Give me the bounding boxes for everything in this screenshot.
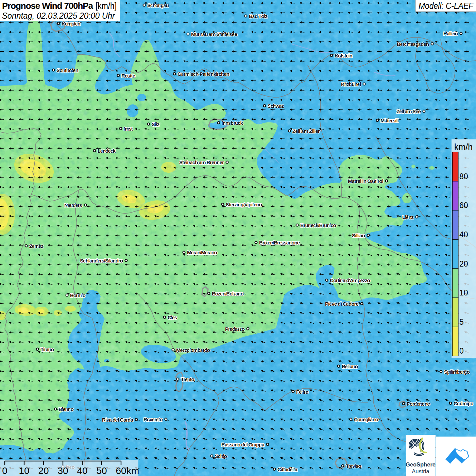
- svg-text:Bad Tölz: Bad Tölz: [249, 13, 268, 19]
- svg-text:Zernez: Zernez: [29, 243, 44, 249]
- svg-text:Cortina d'Ampezzo: Cortina d'Ampezzo: [330, 277, 370, 283]
- svg-text:Nauders: Nauders: [64, 202, 82, 208]
- svg-text:Pordenone: Pordenone: [407, 401, 430, 407]
- svg-text:Spilimbergo: Spilimbergo: [444, 369, 470, 375]
- svg-text:20: 20: [38, 465, 49, 476]
- svg-text:80: 80: [459, 172, 468, 181]
- svg-text:Riva del Garda: Riva del Garda: [102, 417, 133, 423]
- svg-text:60: 60: [116, 465, 126, 476]
- svg-text:Hallein: Hallein: [443, 31, 458, 36]
- svg-text:Kufstein: Kufstein: [335, 53, 353, 58]
- svg-text:Meran/Merano: Meran/Merano: [187, 250, 217, 255]
- svg-text:Codroipo: Codroipo: [454, 401, 474, 406]
- svg-text:Zell am See: Zell am See: [396, 108, 421, 114]
- svg-text:Prognose Wind 700hPa: Prognose Wind 700hPa: [2, 1, 94, 11]
- svg-text:Innsbruck: Innsbruck: [222, 120, 243, 126]
- svg-text:10: 10: [459, 288, 468, 297]
- svg-text:0: 0: [459, 346, 464, 355]
- svg-text:Schlanders/Silandro: Schlanders/Silandro: [80, 258, 123, 264]
- svg-text:Kitzbühel: Kitzbühel: [341, 81, 361, 87]
- svg-text:Silz: Silz: [152, 121, 159, 127]
- svg-text:Treviso: Treviso: [346, 463, 361, 469]
- svg-text:[km/h]: [km/h]: [96, 1, 117, 11]
- svg-text:Bozen/Bolzano: Bozen/Bolzano: [212, 291, 244, 296]
- svg-text:30: 30: [57, 465, 68, 476]
- svg-text:Matrei in Osttirol: Matrei in Osttirol: [348, 178, 384, 184]
- svg-text:Rovereto: Rovereto: [143, 417, 163, 422]
- svg-text:Sonthofen: Sonthofen: [56, 67, 79, 73]
- svg-text:Predazzo: Predazzo: [225, 326, 245, 332]
- svg-text:Steinach am Brenner: Steinach am Brenner: [179, 159, 224, 165]
- svg-text:Belluno: Belluno: [342, 363, 358, 369]
- svg-text:40: 40: [77, 465, 87, 476]
- svg-text:Cles: Cles: [168, 314, 177, 320]
- svg-text:Bormio: Bormio: [70, 292, 86, 298]
- svg-text:Conegliano: Conegliano: [354, 417, 378, 422]
- svg-text:Schongau: Schongau: [147, 2, 169, 8]
- svg-text:Sillian: Sillian: [352, 233, 365, 238]
- svg-text:Imst: Imst: [124, 126, 133, 132]
- svg-text:Reutte: Reutte: [121, 73, 135, 79]
- svg-text:20: 20: [459, 259, 468, 268]
- svg-text:50: 50: [96, 465, 107, 476]
- svg-text:Landeck: Landeck: [98, 148, 116, 154]
- svg-text:Cittadella: Cittadella: [277, 466, 298, 472]
- svg-text:Sterzing/Vipiteno: Sterzing/Vipiteno: [226, 202, 262, 207]
- svg-text:Zell am Ziller: Zell am Ziller: [292, 128, 320, 134]
- svg-text:Lienz: Lienz: [402, 214, 414, 220]
- svg-text:km: km: [126, 465, 139, 476]
- svg-text:Bruneck/Brunico: Bruneck/Brunico: [300, 222, 336, 228]
- svg-text:Brixen/Bressanone: Brixen/Bressanone: [259, 240, 300, 245]
- svg-text:Pieve di Cadore: Pieve di Cadore: [325, 301, 359, 307]
- svg-text:Sonntag, 02.03.2025 20:00 Uhr: Sonntag, 02.03.2025 20:00 Uhr: [2, 11, 115, 21]
- svg-text:Berchtesgaden: Berchtesgaden: [397, 41, 429, 47]
- svg-text:Modell: C-LAEF: Modell: C-LAEF: [419, 1, 474, 11]
- svg-text:Schwaz: Schwaz: [268, 103, 284, 109]
- svg-text:Murnau am Staffelsee: Murnau am Staffelsee: [191, 31, 237, 37]
- svg-text:Bienno: Bienno: [58, 406, 74, 412]
- svg-text:40: 40: [459, 230, 468, 239]
- svg-text:10: 10: [19, 465, 29, 476]
- svg-text:Feltre: Feltre: [296, 389, 308, 395]
- svg-text:0: 0: [2, 465, 7, 476]
- svg-text:Austria: Austria: [412, 468, 429, 474]
- svg-text:Mezzolombardo: Mezzolombardo: [176, 347, 210, 353]
- svg-text:GeoSphere: GeoSphere: [406, 461, 436, 468]
- svg-text:5: 5: [459, 318, 464, 326]
- svg-text:Kempten: Kempten: [62, 21, 81, 27]
- svg-text:Tirano: Tirano: [40, 346, 54, 352]
- svg-text:Schio: Schio: [215, 453, 227, 459]
- svg-text:Bassano del Grappa: Bassano del Grappa: [221, 442, 265, 447]
- svg-text:Trento: Trento: [181, 376, 194, 382]
- svg-text:Mittersill: Mittersill: [380, 118, 399, 123]
- svg-text:60: 60: [459, 201, 468, 210]
- svg-text:km/h: km/h: [454, 142, 473, 152]
- svg-text:Garmisch-Partenkirchen: Garmisch-Partenkirchen: [177, 71, 230, 77]
